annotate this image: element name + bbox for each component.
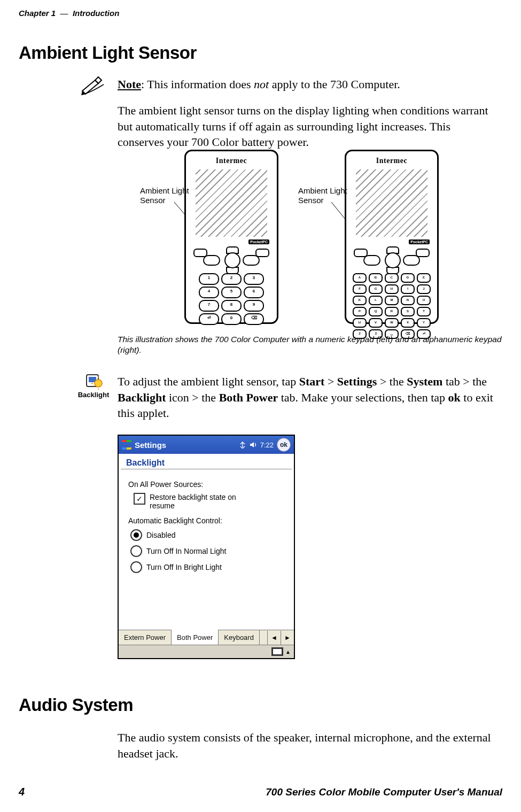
ok-button[interactable]: ok [277, 438, 291, 452]
paragraph-audio-description: The audio system consists of the speaker… [118, 730, 497, 761]
instr-text-2d: tab. Make your selections, then tap [278, 391, 448, 404]
running-head-chapter: Chapter 1 [19, 9, 56, 18]
instr-settings: Settings [337, 375, 377, 388]
connectivity-icon[interactable] [239, 441, 246, 448]
backlight-icon-label: Backlight [78, 391, 110, 399]
instr-ok: ok [448, 391, 461, 404]
note-body-2: apply to the 730 Computer. [269, 78, 400, 91]
screenshot-input-panel-bar: ▲ [119, 645, 294, 658]
radio-icon [130, 529, 142, 541]
checkbox-icon: ✓ [134, 493, 145, 505]
paragraph-ambient-description: The ambient light sensor turns on the di… [118, 103, 497, 150]
backlight-icon [84, 372, 103, 390]
screenshot-tabs: Extern Power Both Power Keyboard ◄ ► [119, 630, 294, 645]
titlebar-app-name: Settings [135, 440, 166, 450]
radio-label: Turn Off In Bright Light [146, 563, 222, 571]
tab-scroll-left-button[interactable]: ◄ [267, 631, 281, 645]
radio-turn-off-bright-light[interactable]: Turn Off In Bright Light [130, 561, 284, 573]
figure-caption: This illustration shows the 700 Color Co… [118, 334, 502, 355]
pocketpc-label: PocketPC [409, 239, 430, 244]
radio-label: Turn Off In Normal Light [146, 547, 226, 555]
nav-right-icon [403, 255, 420, 266]
keyboard-sip-icon[interactable] [271, 647, 283, 656]
tab-extern-power[interactable]: Extern Power [119, 630, 172, 645]
tab-both-power[interactable]: Both Power [172, 629, 219, 645]
note-icon [80, 75, 107, 96]
instr-start: Start [299, 375, 325, 388]
instr-text-2c: icon > the [166, 391, 219, 404]
titlebar-time: 7:22 [260, 441, 274, 449]
backlight-margin-icon: Backlight [75, 372, 112, 399]
instr-both-power: Both Power [219, 391, 278, 404]
instr-backlight: Backlight [118, 391, 166, 404]
ok-button-label: ok [280, 441, 287, 448]
nav-right-icon [243, 255, 260, 266]
checkbox-label: Restore backlight state on resume [150, 493, 256, 510]
screenshot-body: On All Power Sources: ✓ Restore backligh… [119, 473, 294, 630]
device-alphanumeric: Intermec PocketPC ABCDE FGHIJ KLMNO PQRS… [345, 150, 439, 324]
instr-text-1: To adjust the ambient light sensor, tap [118, 375, 299, 388]
callout-ambient-sensor-right: Ambient Light Sensor [298, 186, 357, 205]
group-automatic-backlight-control: Automatic Backlight Control: [128, 516, 284, 525]
figure-devices: Intermec PocketPC 123 456 789 ⏎0⌫ Interm… [118, 150, 502, 326]
page-number: 4 [19, 786, 25, 798]
radio-disabled[interactable]: Disabled [130, 529, 284, 541]
running-head-title: Introduction [73, 9, 119, 18]
note-label: Note [118, 78, 141, 91]
note-not-word: not [254, 78, 269, 91]
device-keypad-alphanumeric: ABCDE FGHIJ KLMNO PQRST UVWXY Z⇧␣⌫⏎ [352, 248, 432, 317]
speaker-icon[interactable] [250, 441, 257, 448]
footer-manual-title: 700 Series Color Mobile Computer User's … [266, 786, 502, 798]
start-flag-icon[interactable] [122, 440, 131, 450]
screenshot-backlight-settings: Settings 7:22 ok Backlight On All Power … [118, 435, 295, 659]
sip-menu-caret-icon[interactable]: ▲ [285, 649, 291, 655]
radio-turn-off-normal-light[interactable]: Turn Off In Normal Light [130, 545, 284, 557]
svg-point-4 [95, 380, 102, 387]
applet-title: Backlight [121, 454, 292, 469]
radio-icon [130, 545, 142, 557]
device-screen [193, 167, 269, 239]
radio-label: Disabled [146, 531, 175, 539]
note-body-1: : This information does [141, 78, 254, 91]
instr-text-2b: tab > the [442, 375, 487, 388]
pocketpc-label: PocketPC [248, 239, 269, 244]
instr-gt2: > the [377, 375, 407, 388]
device-brand: Intermec [346, 157, 437, 165]
device-numeric: Intermec PocketPC 123 456 789 ⏎0⌫ [184, 150, 278, 324]
running-head: Chapter 1 — Introduction [19, 9, 119, 18]
device-brand: Intermec [186, 157, 277, 165]
screenshot-titlebar: Settings 7:22 ok [119, 436, 294, 454]
device-screen [354, 167, 430, 239]
instr-system: System [407, 375, 442, 388]
running-head-dash: — [60, 9, 68, 18]
nav-center-button [385, 252, 401, 268]
tab-scroll-right-button[interactable]: ► [281, 631, 294, 645]
group-all-power-sources: On All Power Sources: [128, 480, 284, 489]
checkbox-restore-backlight[interactable]: ✓ Restore backlight state on resume [134, 493, 284, 510]
nav-center-button [224, 252, 240, 268]
paragraph-adjust-instructions: To adjust the ambient light sensor, tap … [118, 374, 497, 421]
nav-left-icon [363, 255, 380, 266]
heading-ambient-light-sensor: Ambient Light Sensor [19, 43, 197, 63]
callout-ambient-sensor-left: Ambient Light Sensor [140, 186, 199, 205]
tab-keyboard[interactable]: Keyboard [219, 630, 260, 645]
instr-gt1: > [324, 375, 337, 388]
heading-audio-system: Audio System [19, 695, 133, 715]
device-keypad-numeric: 123 456 789 ⏎0⌫ [191, 248, 271, 317]
nav-left-icon [203, 255, 220, 266]
radio-icon [130, 561, 142, 573]
note-paragraph: Note: This information does not apply to… [118, 76, 497, 92]
